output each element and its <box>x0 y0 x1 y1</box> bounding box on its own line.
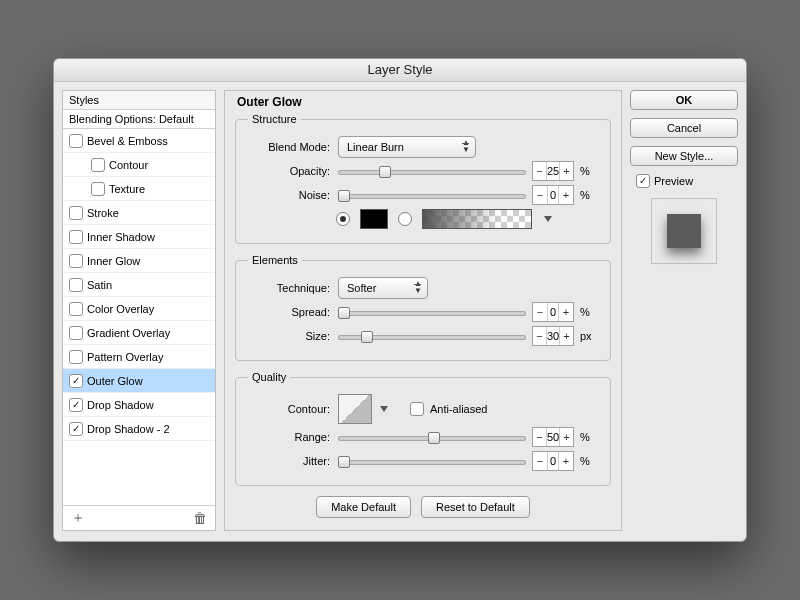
effect-inner-shadow[interactable]: Inner Shadow <box>63 225 215 249</box>
preview-label: Preview <box>654 175 693 187</box>
glow-color-solid-radio[interactable] <box>336 212 350 226</box>
noise-slider[interactable] <box>338 187 526 203</box>
technique-dropdown[interactable]: Softer ▲▼ <box>338 277 428 299</box>
spread-slider[interactable] <box>338 304 526 320</box>
anti-aliased-label: Anti-aliased <box>430 403 487 415</box>
minus-icon[interactable]: − <box>533 303 548 321</box>
effect-drop-shadow[interactable]: Drop Shadow <box>63 393 215 417</box>
spread-input[interactable]: −0+ <box>532 302 574 322</box>
glow-gradient-swatch[interactable] <box>422 209 532 229</box>
gradient-dropdown-icon[interactable] <box>544 216 552 222</box>
minus-icon[interactable]: − <box>533 452 548 470</box>
plus-icon[interactable]: + <box>558 452 573 470</box>
new-style-button[interactable]: New Style... <box>630 146 738 166</box>
dialog-buttons: OK Cancel New Style... Preview <box>630 90 738 531</box>
ok-button[interactable]: OK <box>630 90 738 110</box>
checkbox[interactable] <box>69 134 83 148</box>
size-input[interactable]: −30+ <box>532 326 574 346</box>
plus-icon[interactable]: + <box>559 327 573 345</box>
jitter-input[interactable]: −0+ <box>532 451 574 471</box>
effect-satin[interactable]: Satin <box>63 273 215 297</box>
contour-dropdown-icon[interactable] <box>380 406 388 412</box>
minus-icon[interactable]: − <box>533 327 547 345</box>
glow-color-swatch[interactable] <box>360 209 388 229</box>
effect-gradient-overlay[interactable]: Gradient Overlay <box>63 321 215 345</box>
window-title: Layer Style <box>54 59 746 82</box>
styles-header: Styles <box>63 91 215 110</box>
checkbox[interactable] <box>69 422 83 436</box>
delete-effect-icon[interactable]: 🗑 <box>193 510 207 526</box>
effect-stroke[interactable]: Stroke <box>63 201 215 225</box>
checkbox[interactable] <box>69 398 83 412</box>
effect-contour[interactable]: Contour <box>63 153 215 177</box>
make-default-button[interactable]: Make Default <box>316 496 411 518</box>
minus-icon[interactable]: − <box>533 428 547 446</box>
minus-icon[interactable]: − <box>533 186 548 204</box>
plus-icon[interactable]: + <box>558 186 573 204</box>
reset-default-button[interactable]: Reset to Default <box>421 496 530 518</box>
effect-texture[interactable]: Texture <box>63 177 215 201</box>
effect-drop-shadow-2[interactable]: Drop Shadow - 2 <box>63 417 215 441</box>
effect-bevel-emboss[interactable]: Bevel & Emboss <box>63 129 215 153</box>
quality-group: Quality Contour: Anti-aliased Range: −50… <box>235 371 611 486</box>
checkbox[interactable] <box>69 206 83 220</box>
panel-title: Outer Glow <box>237 95 611 109</box>
contour-picker[interactable] <box>338 394 372 424</box>
checkbox[interactable] <box>69 230 83 244</box>
blending-options-item[interactable]: Blending Options: Default <box>63 110 215 129</box>
minus-icon[interactable]: − <box>533 162 547 180</box>
checkbox[interactable] <box>91 158 105 172</box>
layer-style-dialog: Layer Style Styles Blending Options: Def… <box>53 58 747 542</box>
plus-icon[interactable]: + <box>559 428 573 446</box>
preview-thumbnail <box>651 198 717 264</box>
effect-inner-glow[interactable]: Inner Glow <box>63 249 215 273</box>
effect-pattern-overlay[interactable]: Pattern Overlay <box>63 345 215 369</box>
effects-list: Bevel & Emboss Contour Texture Stroke In… <box>63 129 215 505</box>
checkbox[interactable] <box>69 374 83 388</box>
preview-swatch <box>667 214 701 248</box>
noise-input[interactable]: −0+ <box>532 185 574 205</box>
effect-color-overlay[interactable]: Color Overlay <box>63 297 215 321</box>
plus-icon[interactable]: + <box>558 303 573 321</box>
checkbox[interactable] <box>91 182 105 196</box>
effect-settings-panel: Outer Glow Structure Blend Mode: Linear … <box>224 90 622 531</box>
jitter-slider[interactable] <box>338 453 526 469</box>
styles-panel: Styles Blending Options: Default Bevel &… <box>62 90 216 531</box>
size-slider[interactable] <box>338 328 526 344</box>
blend-mode-dropdown[interactable]: Linear Burn ▲▼ <box>338 136 476 158</box>
range-slider[interactable] <box>338 429 526 445</box>
checkbox[interactable] <box>69 278 83 292</box>
add-effect-icon[interactable]: ＋ <box>71 509 85 527</box>
structure-group: Structure Blend Mode: Linear Burn ▲▼ Opa… <box>235 113 611 244</box>
checkbox[interactable] <box>69 350 83 364</box>
checkbox[interactable] <box>69 326 83 340</box>
checkbox[interactable] <box>69 302 83 316</box>
cancel-button[interactable]: Cancel <box>630 118 738 138</box>
anti-aliased-checkbox[interactable] <box>410 402 424 416</box>
opacity-slider[interactable] <box>338 163 526 179</box>
plus-icon[interactable]: + <box>559 162 573 180</box>
glow-color-gradient-radio[interactable] <box>398 212 412 226</box>
elements-group: Elements Technique: Softer ▲▼ Spread: −0… <box>235 254 611 361</box>
checkbox[interactable] <box>69 254 83 268</box>
opacity-input[interactable]: −25+ <box>532 161 574 181</box>
range-input[interactable]: −50+ <box>532 427 574 447</box>
preview-checkbox[interactable] <box>636 174 650 188</box>
effect-outer-glow[interactable]: Outer Glow <box>63 369 215 393</box>
